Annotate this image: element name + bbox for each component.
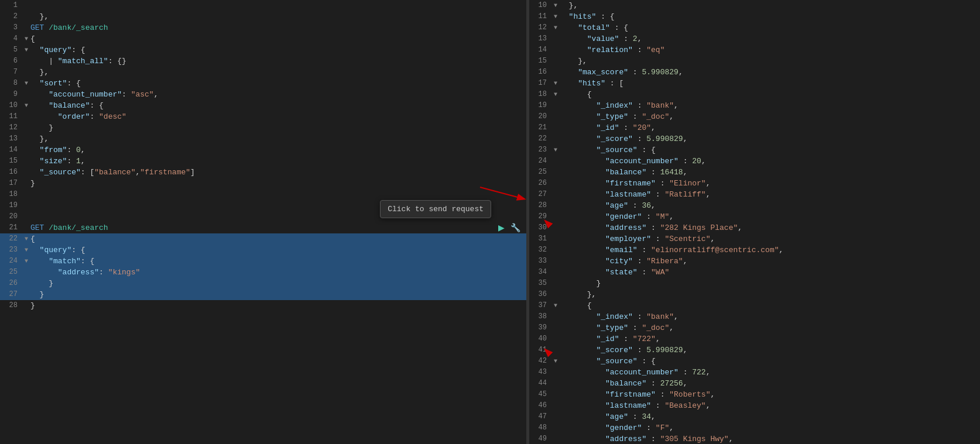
editor-line-27: 27 } xyxy=(0,289,526,300)
line-number-28: 28 xyxy=(0,300,22,311)
response-line-16: 16 "max_score" : 5.990829, xyxy=(529,67,980,78)
editor-line-4: 4 ▼ { xyxy=(0,33,526,44)
editor-line-15: 15 "size": 1, xyxy=(0,156,526,167)
response-line-29: 29 "gender" : "M", xyxy=(529,211,980,222)
line-number-14: 14 xyxy=(0,144,22,156)
resp-line-number-31: 31 xyxy=(529,233,551,245)
send-request-tooltip: Click to send request xyxy=(380,200,491,218)
resp-line-number-40: 40 xyxy=(529,333,551,345)
resp-line-number-37: 37 xyxy=(529,300,551,311)
resp-line-number-32: 32 xyxy=(529,245,551,256)
line-number-20: 20 xyxy=(0,211,22,222)
resp-line-number-10: 10 xyxy=(529,0,551,11)
response-line-44: 44 "balance" : 27256, xyxy=(529,378,980,389)
resp-line-number-14: 14 xyxy=(529,44,551,56)
editor-line-22: 22 ▼ { xyxy=(0,233,526,245)
resp-line-number-27: 27 xyxy=(529,189,551,200)
editor-line-28: 28 } xyxy=(0,300,526,311)
response-line-43: 43 "account_number" : 722, xyxy=(529,367,980,378)
line-number-26: 26 xyxy=(0,278,22,289)
response-line-39: 39 "_type" : "_doc", xyxy=(529,322,980,333)
response-pane: 10 ▼ }, 11 ▼ "hits" : { 12 ▼ "total" : {… xyxy=(529,0,980,444)
wrench-button[interactable]: 🔧 xyxy=(509,222,522,233)
response-line-13: 13 "value" : 2, xyxy=(529,33,980,44)
line-number-18: 18 xyxy=(0,189,22,200)
resp-line-number-35: 35 xyxy=(529,278,551,289)
line-number-15: 15 xyxy=(0,156,22,167)
response-line-24: 24 "account_number" : 20, xyxy=(529,156,980,167)
resp-line-number-22: 22 xyxy=(529,133,551,144)
response-line-26: 26 "firstname" : "Elinor", xyxy=(529,178,980,189)
response-line-37: 37 ▼ { xyxy=(529,300,980,311)
editor-line-2: 2 }, xyxy=(0,11,526,22)
editor-line-5: 5 ▼ "query": { xyxy=(0,44,526,56)
response-line-14: 14 "relation" : "eq" xyxy=(529,44,980,56)
response-line-49: 49 "address" : "305 Kings Hwy", xyxy=(529,433,980,444)
resp-line-number-44: 44 xyxy=(529,378,551,389)
response-line-17: 17 ▼ "hits" : [ xyxy=(529,78,980,89)
line-number-13: 13 xyxy=(0,133,22,144)
editor-line-6: 6 | "match_all": {} xyxy=(0,56,526,67)
line-number-19: 19 xyxy=(0,200,22,211)
response-line-42: 42 ▼ "_source" : { xyxy=(529,356,980,367)
resp-line-number-21: 21 xyxy=(529,122,551,133)
editor-line-24: 24 ▼ "match": { xyxy=(0,256,526,267)
resp-line-number-24: 24 xyxy=(529,156,551,167)
line-number-16: 16 xyxy=(0,167,22,178)
response-line-22: 22 "_score" : 5.990829, xyxy=(529,133,980,144)
line-number-11: 11 xyxy=(0,111,22,122)
editor-line-11: 11 "order": "desc" xyxy=(0,111,526,122)
response-line-20: 20 "_type" : "_doc", xyxy=(529,111,980,122)
line-number-3: 3 xyxy=(0,22,22,33)
editor-line-3: 3 GET /bank/_search xyxy=(0,22,526,33)
response-line-34: 34 "state" : "WA" xyxy=(529,267,980,278)
resp-line-number-23: 23 xyxy=(529,144,551,156)
resp-line-number-15: 15 xyxy=(529,56,551,67)
resp-line-number-25: 25 xyxy=(529,167,551,178)
editor-line-12: 12 } xyxy=(0,122,526,133)
line-number-10: 10 xyxy=(0,100,22,111)
response-line-31: 31 "employer" : "Scentric", xyxy=(529,233,980,245)
editor-code-area[interactable]: 1 2 }, 3 GET /bank/_search 4 ▼ { 5 ▼ "qu… xyxy=(0,0,526,444)
resp-line-number-39: 39 xyxy=(529,322,551,333)
response-line-33: 33 "city" : "Ribera", xyxy=(529,256,980,267)
resp-line-number-49: 49 xyxy=(529,433,551,444)
run-button[interactable]: ▶ xyxy=(497,222,506,233)
response-code-area[interactable]: 10 ▼ }, 11 ▼ "hits" : { 12 ▼ "total" : {… xyxy=(529,0,980,444)
resp-line-number-11: 11 xyxy=(529,11,551,22)
line-number-27: 27 xyxy=(0,289,22,300)
line-number-8: 8 xyxy=(0,78,22,89)
resp-line-number-41: 41 xyxy=(529,345,551,356)
resp-line-number-19: 19 xyxy=(529,100,551,111)
response-line-25: 25 "balance" : 16418, xyxy=(529,167,980,178)
response-line-45: 45 "firstname" : "Roberts", xyxy=(529,389,980,400)
line-number-9: 9 xyxy=(0,89,22,100)
response-line-40: 40 "_id" : "722", xyxy=(529,333,980,345)
resp-line-number-36: 36 xyxy=(529,289,551,300)
resp-line-number-48: 48 xyxy=(529,422,551,433)
resp-line-number-13: 13 xyxy=(529,33,551,44)
line-number-22: 22 xyxy=(0,233,22,245)
response-line-23: 23 ▼ "_source" : { xyxy=(529,144,980,156)
editor-line-16: 16 "_source": ["balance","firstname"] xyxy=(0,167,526,178)
response-line-35: 35 } xyxy=(529,278,980,289)
editor-pane: 1 2 }, 3 GET /bank/_search 4 ▼ { 5 ▼ "qu… xyxy=(0,0,527,444)
resp-line-number-30: 30 xyxy=(529,222,551,233)
response-line-19: 19 "_index" : "bank", xyxy=(529,100,980,111)
response-line-46: 46 "lastname" : "Beasley", xyxy=(529,400,980,411)
editor-line-26: 26 } xyxy=(0,278,526,289)
resp-line-number-29: 29 xyxy=(529,211,551,222)
resp-line-number-17: 17 xyxy=(529,78,551,89)
editor-line-9: 9 "account_number": "asc", xyxy=(0,89,526,100)
response-line-38: 38 "_index" : "bank", xyxy=(529,311,980,322)
response-line-12: 12 ▼ "total" : { xyxy=(529,22,980,33)
editor-line-17: 17 } xyxy=(0,178,526,189)
line-number-4: 4 xyxy=(0,33,22,44)
response-line-21: 21 "_id" : "20", xyxy=(529,122,980,133)
editor-line-13: 13 }, xyxy=(0,133,526,144)
line-number-5: 5 xyxy=(0,44,22,56)
editor-line-10: 10 ▼ "balance": { xyxy=(0,100,526,111)
editor-line-21: 21 GET /bank/_search Click to send reque… xyxy=(0,222,526,233)
line-number-24: 24 xyxy=(0,256,22,267)
response-line-32: 32 "email" : "elinorratliff@scentric.com… xyxy=(529,245,980,256)
